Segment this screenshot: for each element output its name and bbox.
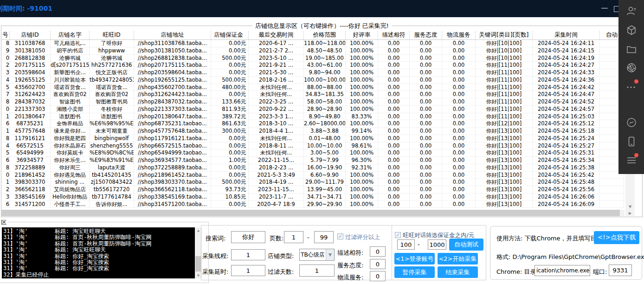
column-header[interactable]: 服务态度 [410, 31, 442, 39]
column-header[interactable]: 店铺ID [10, 31, 51, 39]
delay-input[interactable] [231, 265, 265, 276]
table-row[interactable]: 8311038768可儿精选礼...了呀你好//shop311038768.ta… [1, 40, 625, 47]
phone-icon[interactable] [626, 136, 637, 147]
deposit-max-input[interactable] [428, 239, 446, 250]
table-cell: 2024-05-24 16:24:33 [533, 69, 600, 76]
table-cell: 100.00% [346, 40, 378, 47]
page-from-input[interactable] [284, 231, 303, 243]
logistics-input[interactable] [370, 271, 386, 281]
aperture-icon[interactable] [626, 62, 637, 73]
auto-test-button[interactable]: 自动测试 [449, 239, 483, 251]
table-cell: 0.00 [442, 149, 476, 156]
table-row[interactable]: 636934577你好米乐生...%E9%83%91%E...//shop369… [1, 157, 625, 164]
port-input[interactable] [609, 265, 632, 276]
table-cell: 胡平的书店 [51, 47, 90, 54]
table-row[interactable]: 2366562118艾尚妮饰品店tb556172720//shop3665621… [1, 186, 625, 194]
column-header[interactable]: 号 [1, 31, 10, 39]
table-cell: 0.00 [378, 47, 410, 54]
column-header[interactable]: 采集时间 [533, 31, 600, 39]
table-cell: 9 [1, 47, 10, 54]
table-cell: 2020-4-7 18:9 [249, 201, 304, 208]
table-row[interactable]: 4192655125川川胶装绘本tb493472248053//shop1926… [1, 77, 625, 84]
user-icon[interactable] [626, 6, 637, 17]
table-cell: 2021-5-3 3:49 [249, 172, 304, 179]
column-header[interactable]: 好评率 [346, 31, 378, 39]
table-cell: 智途图书 [51, 98, 90, 105]
thread-input[interactable] [231, 249, 265, 260]
login-account-button[interactable]: <1>登录账号 [394, 253, 435, 265]
table-row[interactable]: 3203598604新華图书企...悦文正版书店//shop203598604.… [1, 69, 625, 77]
column-header[interactable]: 描述相符 [378, 31, 410, 39]
pause-collect-button[interactable]: 暂停采集 [394, 266, 435, 278]
table-row[interactable]: 0218961452你好遇见饰品tb4145201435//shop218961… [1, 172, 625, 179]
scroll-right-icon[interactable]: ▶ [625, 210, 635, 216]
table-row[interactable]: 3338545169Hello你好饰品tb7177614784//shop338… [1, 194, 625, 201]
filter-days-input[interactable] [299, 265, 335, 277]
download-chrome-button[interactable]: <!>点我下载 [594, 231, 639, 244]
table-cell: 2024-05-24 16:24:47 [533, 91, 600, 98]
scroll-down-icon[interactable]: ▼ [625, 203, 635, 210]
column-header[interactable]: 店铺名字 [51, 31, 90, 39]
desc-match-input[interactable] [370, 246, 386, 257]
table-cell: 你好|[13|100] [476, 135, 533, 142]
table-cell: 0.00 [442, 98, 476, 105]
table-cell: //shop301381050.taoba... [134, 47, 211, 54]
filter-score-checkbox[interactable]: ✓ [337, 233, 343, 239]
service-input[interactable] [370, 259, 386, 269]
table-row[interactable]: 5435602700瑶诺百货食...瑶诺百货食...//shop43560270… [1, 84, 625, 91]
column-header[interactable]: 价格范围 [304, 31, 346, 39]
folder-icon[interactable] [626, 44, 637, 55]
table-cell: %E6%98%95%E... [90, 120, 134, 127]
table-row[interactable]: 2207175115d[s207175115]hh2577271636//sho… [1, 62, 625, 69]
search-word-input[interactable] [231, 231, 265, 243]
column-header[interactable]: 店铺保证金 [211, 31, 249, 39]
more-dots-icon[interactable] [626, 81, 637, 92]
table-row[interactable]: 1398303370shinning ...zj15070843422//sho… [1, 179, 625, 186]
column-header[interactable]: 关键词[类目][页数] [476, 31, 533, 39]
wangwang-filter-checkbox[interactable]: ✓ [395, 232, 401, 238]
column-header[interactable]: 旺旺ID [90, 31, 134, 39]
table-cell [600, 186, 624, 193]
table-row[interactable]: 0221337303湘赣小卖部冬枝你好//shop221337303.taoba… [1, 106, 625, 113]
shop-type-select[interactable]: TB心级店 ▼ [299, 249, 335, 261]
table-row[interactable]: 7312624423喜欢购百货02喜欢购百货02//shop312624423.… [1, 91, 625, 98]
table-row[interactable]: 8372258889你好周三laputa天渡//shop372258889.ta… [1, 164, 625, 172]
column-header[interactable]: 物流服务 [442, 31, 476, 39]
table-cell: 0.00 [442, 201, 476, 208]
table-cell: 小怪兽手工... [51, 201, 90, 208]
column-header[interactable]: 最后交易时间 [249, 31, 304, 39]
stop-collect-button[interactable]: 结束采集 [438, 266, 478, 278]
table-cell: 全饰界精品 [51, 120, 90, 127]
table-cell: 0.00 [378, 98, 410, 105]
table-cell: 2021-9-21 ... [249, 62, 304, 69]
start-collect-button[interactable]: <2>开始采集 [438, 253, 478, 265]
table-row[interactable]: 668735231全饰界精品%E6%98%95%E...//shop687352… [1, 120, 625, 128]
horizontal-scroll-thumb[interactable] [1, 210, 620, 216]
table-row[interactable]: 9301381050胡平的书店hhppwww//shop301381050.ta… [1, 47, 625, 55]
table-row[interactable]: 1201380647语默图书语默图书//shop201380647.taoba.… [1, 113, 625, 121]
table-row[interactable]: 565494999你好莫妮卡%E8%9D%8C%E...//shop654949… [1, 149, 625, 157]
table-cell: 5.79~7.99 [304, 157, 346, 164]
table-row[interactable]: 0268812838沧狮书城沧狮书城//shop268812838.taoba.… [1, 55, 625, 62]
table-cell: 28.90~28.90 [304, 106, 346, 113]
table-header-row: 号店铺ID店铺名字旺旺ID店铺地址店铺保证金最后交易时间价格范围好评率描述相符服… [1, 31, 625, 40]
table-horizontal-scrollbar[interactable] [1, 210, 625, 216]
table-row[interactable]: 1457757648缘来是你好...未来可期童童//shop457757648.… [1, 128, 625, 135]
table-cell: 你好|[10|100] [476, 47, 533, 54]
cube-icon[interactable] [626, 25, 637, 36]
table-cell: 0.00 [442, 91, 476, 98]
table-row[interactable]: 466572515你好水晶原石shenzheng5555//shop665725… [1, 142, 625, 150]
column-header[interactable]: 店铺地址 [134, 31, 211, 39]
table-cell: 99.14% [346, 128, 378, 135]
table-row[interactable]: 8117916121你好我是肥四bingbingwolf//shop117916… [1, 135, 625, 142]
minimize-button[interactable]: — [598, 2, 612, 14]
table-row[interactable]: 6314571200小怪兽手工...告诉你好烦...//shop31457120… [1, 201, 625, 208]
table-cell: 你好我是肥四 [51, 135, 90, 142]
link-icon[interactable] [626, 117, 637, 128]
chrome-dir-input[interactable] [535, 265, 590, 276]
page-to-input[interactable] [314, 231, 334, 243]
menu-icon[interactable] [626, 155, 637, 166]
table-cell: 未找到任何... [249, 149, 304, 156]
table-row[interactable]: 8284387032智途图书智图教育书局//shop284387032.taob… [1, 98, 625, 106]
deposit-min-input[interactable] [397, 239, 415, 250]
